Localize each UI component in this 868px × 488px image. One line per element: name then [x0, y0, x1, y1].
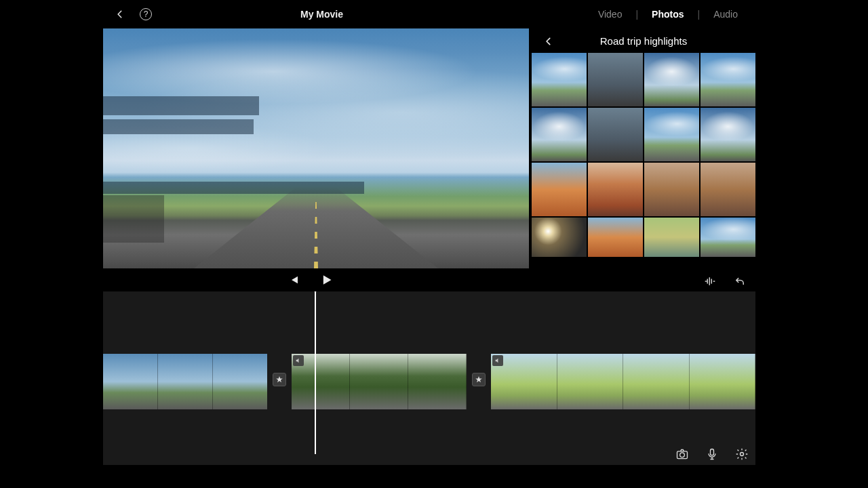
settings-button[interactable]: [735, 447, 749, 464]
star-icon: [275, 375, 283, 384]
title-overlay-box[interactable]: [103, 195, 164, 243]
photo-thumb-arches[interactable]: [588, 218, 643, 257]
mute-badge: [293, 355, 304, 366]
star-icon: [475, 375, 483, 384]
photo-thumb-highway-1[interactable]: [532, 53, 587, 106]
timeline[interactable]: [103, 291, 755, 465]
playhead[interactable]: [315, 291, 316, 454]
photo-thumb-storm-road[interactable]: [588, 53, 643, 106]
audio-waveform-icon: [704, 275, 716, 287]
play-button[interactable]: [319, 272, 334, 287]
media-browser-header: Road trip highlights: [532, 28, 755, 53]
undo-button[interactable]: [732, 274, 747, 289]
photo-thumb-red-rocks[interactable]: [588, 163, 643, 216]
app-frame: ? My Movie Video | Photos | Audio Road t…: [103, 4, 755, 484]
mute-icon: [295, 357, 302, 364]
title-overlay-line2[interactable]: [103, 119, 254, 134]
help-button[interactable]: ?: [140, 8, 152, 20]
transition-2[interactable]: [472, 373, 486, 386]
main-area: Road trip highlights: [103, 28, 755, 268]
photo-thumb-highway-3[interactable]: [644, 108, 699, 161]
camera-button[interactable]: [675, 447, 689, 464]
top-bar: ? My Movie Video | Photos | Audio: [103, 4, 755, 24]
project-title: My Movie: [300, 9, 343, 20]
microphone-button[interactable]: [705, 447, 719, 464]
photo-thumb-sky-road[interactable]: [532, 108, 587, 161]
photo-grid: [532, 53, 755, 257]
timeline-clip-fields[interactable]: [491, 354, 755, 409]
timeline-clip-highway[interactable]: [103, 354, 267, 409]
svg-point-1: [680, 453, 685, 458]
clips-row: [103, 352, 755, 411]
album-title: Road trip highlights: [600, 35, 687, 47]
title-overlay-line1[interactable]: [103, 96, 259, 115]
photo-thumb-big-clouds[interactable]: [644, 53, 699, 106]
photo-thumb-desert-brush[interactable]: [644, 163, 699, 216]
tab-photos[interactable]: Photos: [638, 9, 697, 20]
video-preview[interactable]: [103, 28, 529, 268]
album-back-button[interactable]: [544, 37, 553, 48]
media-browser: Road trip highlights: [532, 28, 755, 268]
tab-video[interactable]: Video: [585, 9, 636, 20]
skip-to-start-button[interactable]: [286, 272, 301, 287]
chevron-left-icon: [115, 9, 125, 19]
photo-thumb-sky-blue[interactable]: [701, 218, 755, 257]
camera-icon: [675, 447, 689, 461]
audio-waveform-button[interactable]: [703, 274, 717, 289]
photo-thumb-cloud-field[interactable]: [701, 108, 755, 161]
bottom-toolbar: [675, 447, 749, 464]
settings-gear-icon: [735, 447, 749, 461]
timeline-clip-forest-road[interactable]: [292, 354, 467, 409]
media-tabs: Video | Photos | Audio: [585, 9, 751, 20]
mute-icon: [494, 357, 501, 364]
skip-back-icon: [288, 274, 300, 286]
photo-thumb-overcast-mesa[interactable]: [588, 108, 643, 161]
microphone-icon: [705, 447, 719, 461]
transition-1[interactable]: [273, 373, 286, 386]
transport-controls: [103, 268, 755, 291]
back-button[interactable]: [115, 9, 125, 19]
photo-thumb-yellow-lake[interactable]: [644, 218, 699, 257]
preview-content: [103, 187, 529, 268]
play-icon: [319, 273, 333, 287]
svg-rect-2: [711, 449, 714, 455]
tab-audio[interactable]: Audio: [700, 9, 751, 20]
photo-thumb-sun-flare[interactable]: [532, 218, 587, 257]
photo-thumb-canyon[interactable]: [701, 163, 755, 216]
mute-badge: [492, 355, 503, 366]
chevron-left-icon: [544, 37, 553, 46]
photo-thumb-monument-valley[interactable]: [532, 163, 587, 216]
svg-point-3: [741, 453, 744, 456]
undo-icon: [734, 275, 746, 287]
title-overlay-line3[interactable]: [103, 182, 364, 194]
photo-thumb-highway-2[interactable]: [701, 53, 755, 106]
